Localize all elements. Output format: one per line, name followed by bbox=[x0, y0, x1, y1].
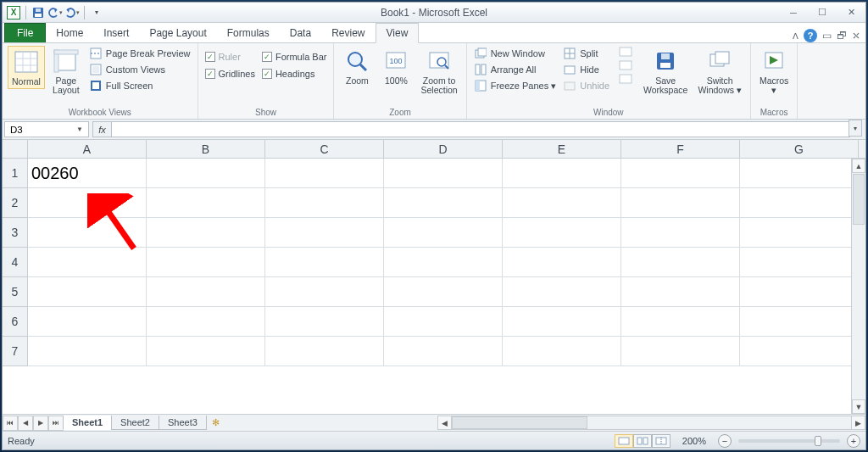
column-header[interactable]: B bbox=[147, 140, 265, 158]
cell[interactable] bbox=[740, 188, 859, 217]
new-window-button[interactable]: New Window bbox=[472, 46, 559, 61]
view-page-break-icon[interactable] bbox=[652, 434, 670, 448]
headings-checkbox[interactable]: ✓Headings bbox=[260, 68, 329, 80]
cell-a1[interactable]: 00260 bbox=[28, 159, 147, 187]
save-workspace-button[interactable]: Save Workspace bbox=[640, 46, 691, 97]
cell[interactable] bbox=[621, 159, 740, 187]
row-header[interactable]: 1 bbox=[3, 159, 28, 188]
select-all-corner[interactable] bbox=[3, 140, 28, 158]
sheet-tab-2[interactable]: Sheet2 bbox=[111, 416, 159, 430]
cell[interactable] bbox=[503, 337, 621, 366]
normal-view-button[interactable]: Normal bbox=[8, 46, 45, 89]
cell[interactable] bbox=[503, 188, 621, 217]
cell[interactable] bbox=[740, 159, 859, 187]
cell[interactable] bbox=[384, 188, 503, 217]
hide-button[interactable]: Hide bbox=[561, 62, 611, 77]
qat-undo-button[interactable]: ▾ bbox=[47, 5, 63, 20]
arrange-all-button[interactable]: Arrange All bbox=[472, 62, 559, 77]
help-icon[interactable]: ? bbox=[804, 29, 817, 42]
next-sheet-button[interactable]: ▶ bbox=[33, 416, 48, 431]
zoom-out-button[interactable]: − bbox=[718, 434, 732, 448]
row-header[interactable]: 4 bbox=[3, 248, 28, 277]
cell[interactable] bbox=[147, 307, 265, 336]
cell[interactable] bbox=[740, 277, 859, 306]
cell[interactable] bbox=[28, 218, 147, 247]
horizontal-scrollbar[interactable]: ◀ ▶ bbox=[437, 416, 865, 430]
unhide-button[interactable]: Unhide bbox=[561, 78, 611, 93]
cell[interactable] bbox=[621, 337, 740, 366]
scroll-right-icon[interactable]: ▶ bbox=[851, 416, 865, 430]
sheet-tab-3[interactable]: Sheet3 bbox=[159, 416, 207, 430]
qat-redo-button[interactable]: ▾ bbox=[64, 5, 80, 20]
cell[interactable] bbox=[503, 159, 621, 187]
zoom-level[interactable]: 200% bbox=[677, 436, 711, 446]
tab-file[interactable]: File bbox=[4, 23, 46, 42]
cell[interactable] bbox=[503, 248, 621, 276]
ruler-checkbox[interactable]: ✓Ruler bbox=[203, 51, 257, 63]
cell[interactable] bbox=[503, 277, 621, 306]
cell[interactable] bbox=[265, 277, 384, 306]
doc-restore-icon[interactable]: 🗗 bbox=[837, 30, 847, 42]
column-header[interactable]: A bbox=[28, 140, 147, 158]
row-header[interactable]: 5 bbox=[3, 277, 28, 307]
column-header[interactable]: D bbox=[384, 140, 503, 158]
zoom-in-button[interactable]: + bbox=[847, 434, 860, 448]
cell[interactable] bbox=[384, 337, 503, 366]
qat-save-button[interactable] bbox=[31, 5, 46, 20]
cell[interactable] bbox=[384, 307, 503, 336]
expand-formula-bar-button[interactable]: ▾ bbox=[849, 120, 862, 137]
scroll-left-icon[interactable]: ◀ bbox=[437, 416, 452, 430]
cell[interactable] bbox=[147, 248, 265, 276]
cell[interactable] bbox=[621, 248, 740, 276]
cell[interactable] bbox=[147, 188, 265, 217]
doc-minimize-icon[interactable]: ▭ bbox=[822, 30, 832, 42]
prev-sheet-button[interactable]: ◀ bbox=[18, 416, 33, 431]
tab-page-layout[interactable]: Page Layout bbox=[139, 24, 216, 42]
cell[interactable] bbox=[28, 277, 147, 306]
cell[interactable] bbox=[28, 248, 147, 276]
split-button[interactable]: Split bbox=[561, 46, 611, 61]
scroll-thumb[interactable] bbox=[853, 174, 865, 225]
cell[interactable] bbox=[265, 218, 384, 247]
zoom-to-selection-button[interactable]: Zoom to Selection bbox=[417, 46, 460, 97]
qat-customize-button[interactable]: ▾ bbox=[89, 5, 104, 20]
cell[interactable] bbox=[147, 337, 265, 366]
tab-data[interactable]: Data bbox=[280, 24, 321, 42]
cell[interactable] bbox=[384, 248, 503, 276]
vertical-scrollbar[interactable]: ▲ ▼ bbox=[851, 159, 865, 414]
side-by-side-icons[interactable] bbox=[618, 46, 633, 86]
cell[interactable] bbox=[265, 188, 384, 217]
full-screen-button[interactable]: Full Screen bbox=[87, 78, 192, 93]
cell[interactable] bbox=[740, 248, 859, 276]
row-header[interactable]: 6 bbox=[3, 307, 28, 337]
cell[interactable] bbox=[28, 307, 147, 336]
cell[interactable] bbox=[621, 307, 740, 336]
page-break-preview-button[interactable]: Page Break Preview bbox=[87, 46, 192, 61]
zoom-slider[interactable] bbox=[738, 439, 840, 443]
column-header[interactable]: G bbox=[740, 140, 859, 158]
tab-insert[interactable]: Insert bbox=[93, 24, 139, 42]
scroll-up-icon[interactable]: ▲ bbox=[852, 159, 865, 173]
view-page-layout-icon[interactable] bbox=[633, 434, 652, 448]
insert-function-icon[interactable]: fx bbox=[92, 121, 111, 137]
cell[interactable] bbox=[147, 159, 265, 187]
new-sheet-button[interactable]: ✻ bbox=[207, 417, 225, 428]
switch-windows-button[interactable]: Switch Windows ▾ bbox=[694, 46, 745, 97]
tab-formulas[interactable]: Formulas bbox=[217, 24, 280, 42]
cell[interactable] bbox=[28, 188, 147, 217]
cell[interactable] bbox=[265, 337, 384, 366]
close-button[interactable]: ✕ bbox=[837, 4, 865, 21]
cell[interactable] bbox=[740, 218, 859, 247]
last-sheet-button[interactable]: ⏭ bbox=[48, 416, 64, 431]
tab-view[interactable]: View bbox=[376, 23, 420, 43]
cell[interactable] bbox=[740, 307, 859, 336]
cell[interactable] bbox=[265, 159, 384, 187]
tab-review[interactable]: Review bbox=[321, 24, 375, 42]
name-box[interactable]: D3▼ bbox=[4, 121, 89, 137]
first-sheet-button[interactable]: ⏮ bbox=[3, 416, 18, 431]
formula-input[interactable] bbox=[111, 121, 850, 137]
cell[interactable] bbox=[265, 248, 384, 276]
freeze-panes-button[interactable]: Freeze Panes ▾ bbox=[472, 78, 559, 93]
page-layout-view-button[interactable]: Page Layout bbox=[48, 46, 84, 97]
cell[interactable] bbox=[384, 218, 503, 247]
